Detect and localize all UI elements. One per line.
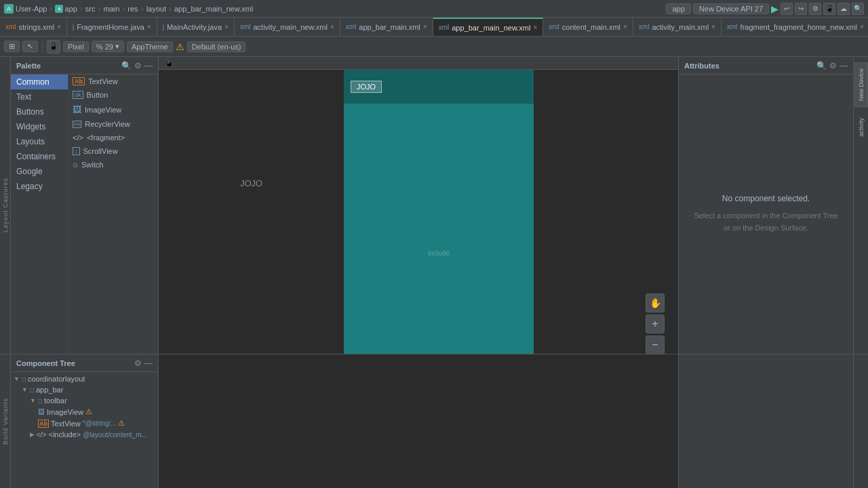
- palette-search-icon[interactable]: 🔍: [121, 61, 132, 70]
- activity-tab[interactable]: activity: [855, 113, 867, 142]
- toolbar-icon-4[interactable]: 📱: [823, 3, 835, 15]
- category-text[interactable]: Text: [11, 89, 68, 104]
- attributes-search-icon[interactable]: 🔍: [816, 61, 827, 70]
- palette-panel: Palette 🔍 ⚙ — Common Text: [11, 57, 159, 354]
- tab-appbarmain-close[interactable]: ×: [423, 23, 427, 30]
- category-common[interactable]: Common: [11, 75, 68, 89]
- palette-item-switch[interactable]: ⊙ Switch: [68, 158, 158, 171]
- tree-item-appbar[interactable]: ▼ □ app_bar: [11, 384, 158, 395]
- breadcrumb-layout[interactable]: layout: [146, 5, 166, 13]
- toolbar-icon-1[interactable]: ↩: [781, 3, 793, 15]
- tab-appbarmain2[interactable]: xml app_bar_main_new.xml ×: [433, 18, 544, 37]
- category-containers[interactable]: Containers: [11, 149, 68, 164]
- tree-item-textview[interactable]: Ab TextView *@string/... ⚠: [11, 418, 158, 429]
- phone-content: include: [344, 104, 534, 354]
- zoom-out-btn[interactable]: −: [646, 336, 665, 354]
- palette-item-scrollview[interactable]: ↕ ScrollView: [68, 144, 158, 158]
- pixel-btn[interactable]: Pixel: [63, 41, 89, 52]
- cursor-btn[interactable]: ↖: [22, 41, 38, 52]
- tab-activitymain-close[interactable]: ×: [330, 23, 334, 30]
- breadcrumb-src[interactable]: src: [85, 5, 96, 13]
- textview-tree-extra: *@string/...: [83, 420, 117, 427]
- imageview-tree-icon: 🖼: [38, 408, 45, 415]
- tab-fragmenthome2[interactable]: xml fragment_fragment_home_new.xml ×: [722, 18, 868, 37]
- breadcrumb-app[interactable]: a app: [55, 5, 77, 13]
- imageview-tree-label: ImageView: [47, 408, 83, 416]
- breadcrumb-main[interactable]: main: [104, 5, 120, 13]
- palette-gear-icon[interactable]: ⚙: [134, 61, 142, 70]
- contentmain-file-icon: xml: [549, 23, 559, 30]
- no-comp-desc: Select a component in the Component Tree…: [692, 210, 840, 234]
- toolbar-label: toolbar: [44, 396, 67, 405]
- tree-expand-toolbar[interactable]: ▼: [30, 397, 36, 404]
- tab-contentmain[interactable]: xml content_main.xml ×: [543, 18, 633, 37]
- tab-fragmenthome[interactable]: j FragmentHome.java ×: [67, 18, 157, 37]
- zoom-in-btn[interactable]: +: [646, 314, 665, 333]
- device-preview: JOJO include: [344, 70, 534, 354]
- canvas-phone-icon[interactable]: 📱: [164, 58, 174, 68]
- category-buttons[interactable]: Buttons: [11, 104, 68, 119]
- breadcrumb-current-file[interactable]: app_bar_main_new.xml: [174, 5, 253, 13]
- tab-mainactivity[interactable]: j MainActivity.java ×: [157, 18, 235, 37]
- palette-item-fragment[interactable]: </> <fragment>: [68, 131, 158, 144]
- run-config-btn[interactable]: app: [666, 3, 690, 14]
- breadcrumb-res[interactable]: res: [127, 5, 138, 13]
- category-legacy[interactable]: Legacy: [11, 179, 68, 194]
- tab-activitymain2[interactable]: xml activity_main.xml ×: [633, 18, 722, 37]
- tree-item-toolbar[interactable]: ▼ □ toolbar: [11, 395, 158, 406]
- tree-expand-appbar[interactable]: ▼: [22, 386, 28, 393]
- include-tree-icon: ▶: [30, 431, 35, 438]
- toolbar-icon-2[interactable]: ↪: [795, 3, 807, 15]
- coordinator-label: coordinatorlayout: [28, 375, 85, 383]
- palette-item-button[interactable]: ok Button: [68, 88, 158, 102]
- tree-item-coordinatorlayout[interactable]: ▼ □ coordinatorlayout: [11, 373, 158, 384]
- tab-mainactivity-close[interactable]: ×: [224, 23, 229, 30]
- tab-appbarmain2-close[interactable]: ×: [533, 24, 537, 31]
- tab-activitymain2-close[interactable]: ×: [711, 23, 715, 30]
- attributes-gear-icon[interactable]: ⚙: [829, 61, 837, 70]
- ct-minimize-icon[interactable]: —: [144, 359, 153, 368]
- build-variants-label[interactable]: Build Variants: [2, 398, 9, 445]
- tree-item-include[interactable]: ▶ </> <include> @layout/content_m...: [11, 429, 158, 440]
- tree-item-imageview[interactable]: 🖼 ImageView ⚠: [11, 406, 158, 418]
- zoom-btn-dropdown[interactable]: % 29 ▾: [92, 41, 124, 52]
- run-btn[interactable]: ▶: [771, 3, 778, 14]
- device-btn[interactable]: New Device API 27: [693, 3, 769, 14]
- palette-minimize-icon[interactable]: —: [144, 61, 153, 70]
- tab-contentmain-close[interactable]: ×: [623, 23, 627, 30]
- appbar-label: app_bar: [36, 386, 63, 394]
- tab-fragmenthome2-close[interactable]: ×: [860, 23, 864, 30]
- toolbar-icon-3[interactable]: ⚙: [809, 3, 821, 15]
- category-widgets[interactable]: Widgets: [11, 119, 68, 134]
- category-layouts[interactable]: Layouts: [11, 134, 68, 149]
- zoom-controls: ✋ + − 1:1 ⊡: [646, 293, 665, 354]
- scrollview-icon: ↕: [73, 147, 80, 155]
- imageview-warning: ⚠: [85, 407, 92, 416]
- palette-title: Palette: [16, 62, 41, 70]
- palette-item-textview[interactable]: Ab TextView: [68, 75, 158, 88]
- hand-tool-btn[interactable]: ✋: [646, 293, 665, 312]
- attributes-minimize-icon[interactable]: —: [840, 61, 848, 70]
- tab-strings[interactable]: xml strings.xml ×: [0, 18, 67, 37]
- design-view-btn[interactable]: ⊞: [4, 41, 20, 52]
- tree-expand-coordinator[interactable]: ▼: [14, 375, 20, 382]
- ct-gear-icon[interactable]: ⚙: [134, 359, 142, 368]
- button-label: Button: [87, 91, 108, 99]
- theme-btn[interactable]: AppTheme: [127, 41, 173, 52]
- tab-appbarmain[interactable]: xml app_bar_main.xml ×: [340, 18, 433, 37]
- tab-strings-close[interactable]: ×: [57, 23, 61, 30]
- palette-item-recyclerview[interactable]: ≡≡ RecyclerView: [68, 117, 158, 131]
- toolbar-icon: □: [38, 397, 42, 405]
- new-device-tab[interactable]: New Device: [854, 62, 868, 107]
- phone-icon[interactable]: 📱: [47, 40, 60, 54]
- locale-btn[interactable]: Default (en-us): [187, 41, 246, 52]
- breadcrumb-user-app[interactable]: A User-App: [4, 4, 47, 14]
- tab-activitymain[interactable]: xml activity_main_new.xml ×: [235, 18, 340, 37]
- category-google[interactable]: Google: [11, 164, 68, 179]
- toolbar-icon-6[interactable]: 🔍: [852, 3, 864, 15]
- palette-item-imageview[interactable]: 🖼 ImageView: [68, 102, 158, 117]
- fragmenthome2-file-icon: xml: [727, 23, 738, 30]
- layout-captures-label[interactable]: Layout Captures: [2, 178, 9, 232]
- tab-fragmenthome-close[interactable]: ×: [147, 23, 151, 30]
- toolbar-icon-5[interactable]: ☁: [837, 3, 850, 15]
